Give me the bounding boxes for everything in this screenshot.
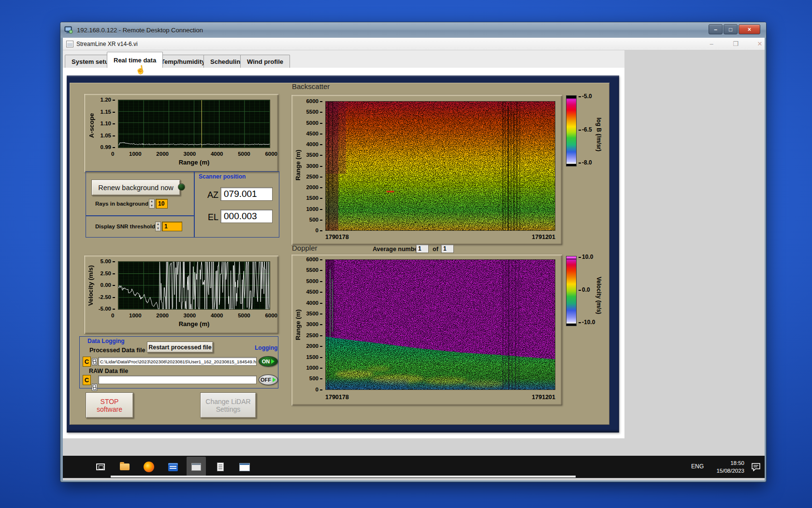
restart-processed-file-button[interactable]: Restart processed file	[147, 342, 213, 353]
doppler-time-end: 1791201	[459, 394, 555, 401]
rays-value-field[interactable]: 10	[156, 199, 168, 209]
average-number-field[interactable]: 1	[416, 244, 429, 253]
tabstrip: System setup Real time data Temp/humidit…	[63, 50, 624, 68]
raw-path-link-icon[interactable]	[92, 384, 97, 391]
app-restore-button[interactable]: ❒	[727, 40, 744, 49]
firefox-icon	[144, 462, 154, 472]
app-minimize-button[interactable]: –	[703, 40, 720, 49]
taskbar-stripe	[111, 476, 576, 478]
clock-time: 18:50	[709, 459, 744, 467]
rdp-minimize-button[interactable]: –	[709, 24, 723, 34]
average-number-label: Average number	[373, 246, 420, 253]
processed-logging-on-button[interactable]: ON	[259, 356, 278, 367]
firefox-button[interactable]	[139, 457, 159, 477]
stop-software-button[interactable]: STOP software	[86, 392, 133, 418]
on-arrow-icon	[271, 359, 275, 364]
rays-spinner[interactable]: ▲▼	[149, 199, 155, 209]
el-label: EL	[208, 212, 218, 223]
action-center-icon[interactable]	[751, 463, 761, 471]
renew-background-button[interactable]: Renew background now	[91, 179, 180, 195]
blue-app-icon	[168, 463, 178, 471]
active-app-button[interactable]	[187, 457, 206, 477]
taskbar-clock[interactable]: 18:50 15/08/2023	[709, 459, 744, 475]
active-app-icon	[191, 463, 201, 471]
doppler-heatmap	[325, 259, 555, 390]
background-led	[178, 183, 185, 191]
processed-path-field[interactable]: C:\Lidar\Data\Proc\2023\202308\20230815\…	[98, 357, 257, 366]
rdp-titlebar[interactable]: 192.168.0.122 - Remote Desktop Connectio…	[60, 22, 766, 38]
of-label: of	[433, 246, 438, 253]
az-value-field[interactable]: 079.001	[220, 187, 273, 201]
scanner-position-box: Scanner position AZ 079.001 EL 000.003	[194, 171, 279, 238]
rdp-icon	[64, 26, 73, 34]
app-titlebar[interactable]: StreamLine XR v14-6.vi	[63, 38, 765, 50]
scan-scheduler-icon	[239, 463, 250, 471]
processed-path-link-icon[interactable]	[92, 358, 97, 365]
snr-threshold-box: Display SNR threshold ▲▼ 1	[86, 216, 194, 238]
doppler-title: Doppler	[292, 244, 318, 252]
velocity-plot	[118, 261, 270, 310]
backscatter-ylabel: Range (m)	[294, 143, 302, 187]
scan-scheduler-button[interactable]	[235, 457, 254, 477]
task-view-button[interactable]	[91, 457, 110, 477]
el-value-field[interactable]: 000.003	[220, 209, 273, 223]
snr-label: Display SNR threshold	[95, 224, 155, 229]
ascope-plot	[118, 100, 270, 148]
ascope-xticks: 0100020003000400050006000	[111, 151, 277, 157]
taskbar: ENG 18:50 15/08/2023	[63, 456, 765, 478]
rays-label: Rays in background	[95, 201, 148, 207]
snr-value-field[interactable]: 1	[162, 222, 182, 231]
velocity-xlabel: Range (m)	[118, 320, 270, 328]
az-label: AZ	[207, 190, 218, 200]
off-arrow-icon	[273, 377, 276, 382]
change-lidar-settings-button[interactable]: Change LiDAR Settings	[200, 392, 256, 418]
notepad-icon	[217, 463, 224, 471]
scanner-position-title: Scanner position	[199, 173, 246, 180]
raw-logging-off-button[interactable]: OFF	[259, 374, 278, 385]
backscatter-colorbar-ticks: -5.0-6.5-8.0	[579, 94, 592, 165]
backscatter-graph: Range (m) 600055005000450040003500300025…	[291, 95, 562, 245]
tab-wind-profile[interactable]: Wind profile	[240, 55, 290, 68]
raw-path-field[interactable]	[98, 375, 257, 384]
notepad-button[interactable]	[211, 457, 230, 477]
ascope-yticks: 1.201.151.101.050.99	[91, 97, 115, 150]
content-gray-strip	[63, 438, 624, 456]
ascope-xlabel: Range (m)	[118, 159, 270, 166]
doppler-graph: Range (m) 600055005000450040003500300025…	[291, 254, 562, 405]
remote-desktop: StreamLine XR v14-6.vi – ❒ ✕ System setu…	[63, 38, 765, 480]
background-controls-box: Renew background now Rays in background …	[86, 171, 194, 216]
average-count-field[interactable]: 1	[441, 244, 454, 253]
app-close-button[interactable]: ✕	[752, 40, 765, 49]
app-window-title: StreamLine XR v14-6.vi	[76, 41, 138, 47]
snr-spinner[interactable]: ▲▼	[155, 222, 161, 231]
blue-app-button[interactable]	[163, 457, 183, 477]
data-logging-box: Data Logging Processed Data file Restart…	[79, 336, 278, 388]
language-indicator[interactable]: ENG	[691, 463, 704, 470]
data-logging-title: Data Logging	[87, 338, 125, 344]
file-explorer-button[interactable]	[115, 457, 134, 477]
desktop-gray-area	[624, 50, 765, 456]
backscatter-time-end: 1791201	[459, 234, 555, 240]
lv-panel-frame: A-scope 1.201.151.101.050.99 01000200030…	[67, 75, 619, 433]
velocity-graph: Velocity (m/s) 5.002.500.00-2.50-5.00 01…	[84, 255, 278, 334]
rdp-close-button[interactable]: ×	[739, 24, 760, 34]
velocity-xticks: 0100020003000400050006000	[111, 313, 277, 318]
doppler-time-start: 1790178	[325, 394, 349, 401]
vi-icon	[66, 41, 73, 47]
doppler-ylabel: Range (m)	[294, 303, 302, 346]
doppler-colorbar	[566, 256, 577, 326]
backscatter-title: Backscatter	[292, 82, 330, 90]
processed-data-file-label: Processed Data file	[89, 347, 145, 354]
raw-drive-selector[interactable]: C	[83, 375, 91, 385]
backscatter-colorbar-label: log B (/m/sr)	[595, 101, 602, 168]
rdp-maximize-button[interactable]: □	[724, 24, 738, 34]
rdp-window-title: 192.168.0.122 - Remote Desktop Connectio…	[77, 27, 203, 34]
raw-data-file-label: RAW Data file	[89, 368, 128, 374]
velocity-yticks: 5.002.500.00-2.50-5.00	[92, 259, 115, 312]
processed-drive-selector[interactable]: C	[83, 357, 91, 367]
doppler-colorbar-label: Velocity (m/s)	[595, 262, 602, 329]
folder-icon	[120, 463, 130, 470]
backscatter-heatmap	[325, 101, 555, 231]
backscatter-colorbar	[566, 95, 577, 166]
doppler-colorbar-ticks: 10.00.0-10.0	[579, 254, 595, 325]
